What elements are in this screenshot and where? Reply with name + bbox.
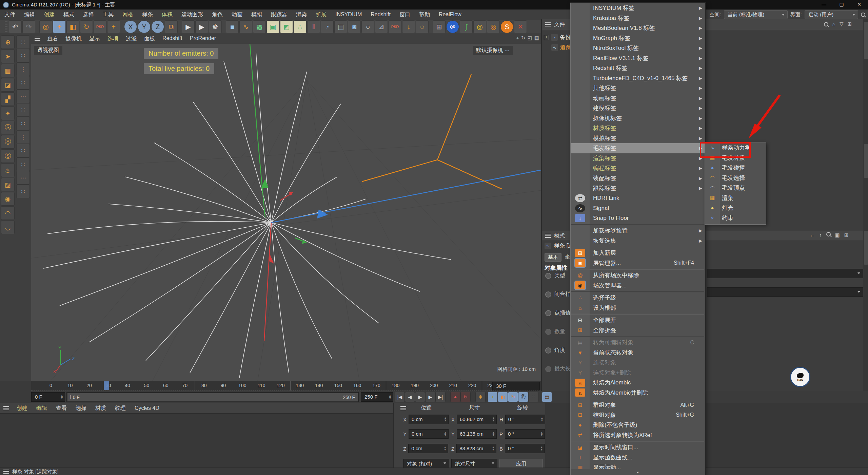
- viewport-menu-7[interactable]: Redshift: [159, 35, 186, 42]
- nav-icon[interactable]: ↑: [819, 232, 822, 238]
- dot-circle-icon[interactable]: ◌: [416, 20, 429, 33]
- camera-icon[interactable]: ◙: [348, 20, 361, 33]
- ctx-item-25[interactable]: ⊞加入新层: [571, 248, 705, 258]
- xparticles-icon[interactable]: ∫: [460, 20, 473, 33]
- left-palette-pattern-icon[interactable]: ∷: [16, 185, 30, 198]
- ctx-item-38[interactable]: a烘焙为Alembic并删除: [571, 388, 705, 398]
- menubar-item-2[interactable]: 编辑: [20, 10, 39, 20]
- submenu-item-8[interactable]: ×约束: [705, 213, 766, 223]
- ctx-item-29[interactable]: ∴选择子级: [571, 293, 705, 303]
- left-palette-pattern-icon[interactable]: ⋯: [16, 171, 30, 185]
- next-frame-button[interactable]: ▶: [425, 392, 435, 402]
- workplane-icon[interactable]: ⊿: [375, 20, 388, 33]
- ctx-item-34[interactable]: ▼当前状态转对象: [571, 348, 705, 358]
- move-icon[interactable]: +: [53, 20, 66, 33]
- ctx-item-41[interactable]: ●删除(不包含子级): [571, 420, 705, 430]
- tab-1[interactable]: 基本: [545, 253, 561, 262]
- spline-pen-icon[interactable]: ∿: [239, 20, 252, 33]
- left-palette-pattern-icon[interactable]: ∷: [16, 35, 30, 49]
- scale-icon[interactable]: ◧: [66, 20, 79, 33]
- hamburger-icon[interactable]: [400, 406, 406, 411]
- undo-icon[interactable]: ↶: [9, 20, 22, 33]
- viewport-nav-icon[interactable]: ↻: [521, 35, 526, 41]
- ctx-item-4[interactable]: MoGraph 标签▶: [571, 33, 705, 43]
- left-palette-icon[interactable]: ▦: [1, 64, 15, 77]
- go-end-button[interactable]: ▶|: [435, 392, 446, 402]
- current-frame-field[interactable]: 30 F: [492, 382, 540, 391]
- interpolation-dropdown[interactable]: [707, 287, 863, 297]
- left-palette-icon[interactable]: Ⓢ: [1, 121, 15, 134]
- menubar-item-4[interactable]: 模式: [59, 10, 79, 20]
- material-menu-4[interactable]: 选择: [71, 403, 91, 413]
- ctx-item-16[interactable]: 渲染标签▶: [571, 153, 705, 164]
- hamburger-icon[interactable]: [3, 406, 9, 411]
- coord-field[interactable]: 60.862 cm▲▼: [457, 415, 497, 424]
- material-menu-5[interactable]: 材质: [91, 403, 111, 413]
- menubar-item-3[interactable]: 创建: [39, 10, 59, 20]
- left-palette-icon[interactable]: ◉: [1, 192, 15, 206]
- ctx-item-12[interactable]: 摄像机标签▶: [571, 113, 705, 124]
- grid-icon[interactable]: ⊞: [433, 20, 446, 33]
- menubar-item-14[interactable]: 跟踪器: [267, 10, 292, 20]
- key-pla-button[interactable]: ∷: [528, 392, 538, 402]
- submenu-item-4[interactable]: ◠毛发选择: [705, 173, 766, 183]
- lock-x-icon[interactable]: X: [124, 20, 137, 33]
- material-menu-6[interactable]: 纹理: [111, 403, 130, 413]
- rotate-icon[interactable]: ↻: [80, 20, 93, 33]
- collapsed-panel-tab[interactable]: [864, 144, 868, 178]
- hamburger-icon[interactable]: [545, 22, 551, 27]
- material-menu-1[interactable]: 创建: [12, 403, 32, 413]
- coord-field[interactable]: 0 °▲▼: [505, 415, 545, 424]
- coord-field[interactable]: 0 cm▲▼: [408, 444, 448, 453]
- coord-dropdown[interactable]: 对象 (相对): [403, 459, 449, 469]
- ctx-item-9[interactable]: 其他标签▶: [571, 83, 705, 93]
- collapsed-panel-tab[interactable]: [864, 231, 868, 265]
- ctx-item-19[interactable]: 跟踪标签▶: [571, 183, 705, 193]
- close-button[interactable]: ✕: [850, 0, 868, 10]
- nav-icon[interactable]: ▣: [835, 232, 840, 238]
- ctx-item-20[interactable]: ⇄HDRI Link: [571, 193, 705, 204]
- symmetry-icon[interactable]: ‖: [307, 20, 320, 33]
- ctx-item-6[interactable]: RealFlow V3.1.1 标签▶: [571, 53, 705, 63]
- submenu-item-3[interactable]: ●毛发碰撞: [705, 163, 766, 173]
- ctx-item-28[interactable]: ◉场次管理器...: [571, 281, 705, 291]
- left-palette-pattern-icon[interactable]: ∷: [16, 76, 30, 90]
- menubar-item-6[interactable]: 工具: [98, 10, 118, 20]
- left-palette-pattern-icon[interactable]: ∷: [16, 49, 30, 62]
- ctx-item-2[interactable]: Krakatoa 标签▶: [571, 13, 705, 23]
- left-palette-pattern-icon[interactable]: ∷: [16, 103, 30, 117]
- collapsed-panel-tab[interactable]: [864, 22, 868, 59]
- end-frame-field[interactable]: 250 F▲▼: [361, 392, 393, 402]
- lock-y-icon[interactable]: Y: [138, 20, 151, 33]
- menubar-item-21[interactable]: RealFlow: [434, 10, 466, 20]
- ctx-item-8[interactable]: TurbulenceFD_C4D_v1-0_1465 标签▶: [571, 73, 705, 83]
- workspace-dropdown[interactable]: 当前 (标准/物理): [724, 10, 788, 19]
- attribute-manager-menu[interactable]: 模式: [554, 232, 565, 240]
- nav-icon[interactable]: ⊞: [844, 232, 849, 238]
- render-settings-icon[interactable]: ☸: [209, 20, 222, 33]
- subdivision-icon[interactable]: ▩: [253, 20, 266, 33]
- camera-name-label[interactable]: 默认摄像机 ∘∘: [473, 46, 513, 55]
- coord-field[interactable]: 0 cm▲▼: [409, 429, 449, 439]
- preview-range-bar[interactable]: ‖ 0 F 250 F: [66, 392, 359, 402]
- menubar-item-7[interactable]: 网格: [118, 10, 138, 20]
- record-rotation-button[interactable]: ↻: [460, 392, 471, 402]
- menubar-item-13[interactable]: 模拟: [247, 10, 267, 20]
- search-icon[interactable]: [824, 22, 828, 26]
- render-view-icon[interactable]: ▶: [182, 20, 195, 33]
- left-palette-pattern-icon[interactable]: ⋯: [16, 90, 30, 103]
- modifier-icon[interactable]: ◩: [280, 20, 293, 33]
- floor-icon[interactable]: ▤: [334, 20, 347, 33]
- viewport-menu-2[interactable]: 摄像机: [62, 35, 85, 42]
- left-palette-icon[interactable]: ◪: [1, 78, 15, 92]
- array-icon[interactable]: ∴: [294, 20, 307, 33]
- submenu-item-5[interactable]: ◠毛发顶点: [705, 183, 766, 193]
- coord-dropdown[interactable]: 绝对尺寸: [451, 459, 497, 469]
- material-menu-7[interactable]: Cycles 4D: [130, 403, 164, 413]
- viewport-menu-8[interactable]: ProRender: [186, 35, 220, 42]
- menubar-item-10[interactable]: 运动图形: [177, 10, 208, 20]
- qr-icon[interactable]: QR: [446, 20, 459, 33]
- filter-icon[interactable]: ⊞: [847, 21, 852, 27]
- menubar-item-12[interactable]: 动画: [227, 10, 247, 20]
- viewport-nav-icon[interactable]: ▦: [534, 35, 539, 41]
